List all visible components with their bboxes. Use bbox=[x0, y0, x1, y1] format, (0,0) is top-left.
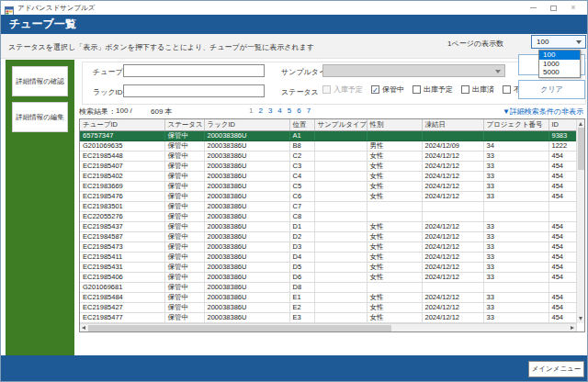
close-button[interactable]: × bbox=[563, 2, 583, 15]
column-header-0[interactable]: チューブID bbox=[80, 119, 164, 130]
table-row[interactable]: EC21985476保管中200038386UC6女性2024/12/12334… bbox=[80, 191, 576, 201]
table-row[interactable]: EC21984587保管中200038386UD2女性2024/12/12334… bbox=[80, 231, 576, 242]
page-link-3[interactable]: 3 bbox=[268, 107, 272, 115]
table-cell: 200038386U bbox=[204, 161, 289, 171]
table-row[interactable]: G201069681保管中200038386UD8 bbox=[80, 282, 576, 292]
table-row[interactable]: 65757347保管中200038386UA19383 bbox=[80, 130, 576, 140]
page-size-value: 100 bbox=[537, 38, 548, 46]
checkbox-checked-icon[interactable]: ✓ bbox=[371, 85, 379, 94]
column-header-8[interactable]: ID bbox=[548, 119, 576, 130]
chevron-down-icon bbox=[576, 40, 582, 44]
results-shown-count: 100 / bbox=[116, 107, 132, 115]
column-header-3[interactable]: 位置 bbox=[289, 119, 314, 130]
table-row[interactable]: EC21985402保管中200038386UC4女性2024/12/12334… bbox=[80, 171, 576, 181]
horizontal-scroll-thumb[interactable] bbox=[88, 325, 391, 331]
table-cell: 454 bbox=[548, 312, 576, 322]
page-size-option-5000[interactable]: 5000 bbox=[539, 68, 580, 77]
table-cell: E3 bbox=[289, 312, 314, 322]
table-cell: 女性 bbox=[367, 171, 422, 181]
table-row[interactable]: G201069635保管中200038386UB8男性2024/12/09341… bbox=[80, 140, 576, 151]
column-header-1[interactable]: ステータス bbox=[164, 119, 204, 130]
table-row[interactable]: EC21985477保管中200038386UE3女性2024/12/12334… bbox=[80, 312, 576, 322]
table-cell: 保管中 bbox=[164, 242, 204, 252]
table-cell: D3 bbox=[289, 242, 314, 252]
page-link-5[interactable]: 5 bbox=[288, 107, 291, 115]
status-option-2[interactable]: 出庫予定 bbox=[413, 84, 453, 95]
page-size-select[interactable]: 100 bbox=[531, 35, 586, 49]
table-row[interactable]: EC21985411保管中200038386UD4女性2024/12/12334… bbox=[80, 252, 576, 262]
status-option-3[interactable]: 出庫済 bbox=[461, 84, 494, 95]
table-cell: EC21985476 bbox=[80, 191, 164, 201]
maximize-button[interactable] bbox=[543, 2, 563, 15]
page-header: チューブ一覧 bbox=[1, 15, 587, 34]
table-cell: 33 bbox=[483, 302, 548, 312]
tube-id-input[interactable] bbox=[123, 64, 265, 77]
vertical-scroll-thumb[interactable] bbox=[578, 128, 584, 170]
table-cell: 2024/12/12 bbox=[422, 221, 483, 231]
scroll-left-icon[interactable] bbox=[82, 326, 85, 330]
table-row[interactable]: EC21985407保管中200038386UC3女性2024/12/12334… bbox=[80, 161, 576, 171]
table-cell bbox=[483, 211, 548, 221]
page-size-option-1000[interactable]: 1000 bbox=[539, 60, 580, 69]
detail-search-toggle-link[interactable]: ▼詳細検索条件の非表示 bbox=[503, 107, 583, 117]
table-row[interactable]: EC21985406保管中200038386UD6女性2024/12/12334… bbox=[80, 272, 576, 282]
table-cell: 保管中 bbox=[164, 312, 204, 322]
table-cell bbox=[314, 161, 367, 171]
page-size-option-100[interactable]: 100 bbox=[539, 51, 580, 60]
table-cell: C8 bbox=[289, 211, 314, 221]
scroll-right-icon[interactable] bbox=[571, 326, 574, 330]
vertical-scrollbar[interactable] bbox=[576, 119, 584, 323]
instruction-bar: ステータスを選択し「表示」ボタンを押下することにより、チューブが一覧に表示されま… bbox=[1, 34, 587, 59]
table-cell bbox=[314, 171, 367, 181]
table-cell: D1 bbox=[289, 221, 314, 231]
rack-id-input[interactable] bbox=[123, 84, 265, 97]
table-row[interactable]: EC21985473保管中200038386UD3女性2024/12/12334… bbox=[80, 242, 576, 252]
minimize-button[interactable] bbox=[523, 2, 543, 15]
page-link-6[interactable]: 6 bbox=[297, 107, 300, 115]
status-option-1[interactable]: ✓保管中 bbox=[371, 84, 404, 95]
checkbox-icon[interactable] bbox=[503, 85, 511, 94]
table-cell: 454 bbox=[548, 262, 576, 272]
scroll-up-icon[interactable] bbox=[579, 122, 582, 126]
table-row[interactable]: EC21985431保管中200038386UD5女性2024/12/12334… bbox=[80, 262, 576, 272]
table-cell: G201069681 bbox=[80, 282, 164, 292]
table-row[interactable]: EC21983669保管中200038386UC5女性2024/12/12334… bbox=[80, 181, 576, 191]
table-row[interactable]: EC22055276保管中200038386UC8 bbox=[80, 211, 576, 221]
table-row[interactable]: EC21985484保管中200038386UE1女性2024/12/12334… bbox=[80, 292, 576, 302]
table-row[interactable]: EC21985427保管中200038386UE2女性2024/12/12334… bbox=[80, 302, 576, 312]
table-cell: EC21985411 bbox=[80, 252, 164, 262]
checkbox-icon[interactable] bbox=[413, 85, 421, 94]
page-link-4[interactable]: 4 bbox=[277, 107, 281, 115]
column-header-7[interactable]: プロジェクト番号 bbox=[483, 119, 548, 130]
table-cell: 2024/12/12 bbox=[422, 181, 483, 191]
main-menu-button[interactable]: メインメニュー bbox=[528, 361, 584, 377]
horizontal-scrollbar[interactable] bbox=[80, 323, 576, 331]
table-cell bbox=[422, 211, 483, 221]
confirm-details-button[interactable]: 詳細情報の確認 bbox=[12, 66, 68, 96]
page-link-1[interactable]: 1 bbox=[249, 107, 253, 115]
table-cell: EC21985473 bbox=[80, 242, 164, 252]
checkbox-icon[interactable] bbox=[461, 85, 469, 94]
page-link-2[interactable]: 2 bbox=[258, 107, 262, 115]
column-header-5[interactable]: 性別 bbox=[367, 119, 422, 130]
table-cell: 33 bbox=[483, 242, 548, 252]
table-cell bbox=[483, 130, 548, 140]
column-header-6[interactable]: 凍結日 bbox=[422, 119, 483, 130]
table-row[interactable]: EC21985437保管中200038386UD1女性2024/12/12334… bbox=[80, 221, 576, 231]
table-row[interactable]: EC21985448保管中200038386UC2女性2024/12/12334… bbox=[80, 151, 576, 161]
table-cell: EC21985427 bbox=[80, 302, 164, 312]
table-cell: C4 bbox=[289, 171, 314, 181]
table-cell: 保管中 bbox=[164, 130, 204, 140]
scroll-down-icon[interactable] bbox=[579, 317, 582, 320]
column-header-2[interactable]: ラックID bbox=[204, 119, 289, 130]
table-cell: D8 bbox=[289, 282, 314, 292]
table-cell: 女性 bbox=[367, 302, 422, 312]
table-row[interactable]: EC21983501保管中200038386UC7 bbox=[80, 201, 576, 211]
clear-button[interactable]: クリア bbox=[518, 80, 585, 99]
page-link-7[interactable]: 7 bbox=[307, 107, 311, 115]
column-header-4[interactable]: サンプルタイプ bbox=[314, 119, 367, 130]
table-cell: 2024/12/12 bbox=[422, 191, 483, 201]
table-cell: 女性 bbox=[367, 242, 422, 252]
table-cell: 保管中 bbox=[164, 221, 204, 231]
table-cell: 保管中 bbox=[164, 272, 204, 282]
